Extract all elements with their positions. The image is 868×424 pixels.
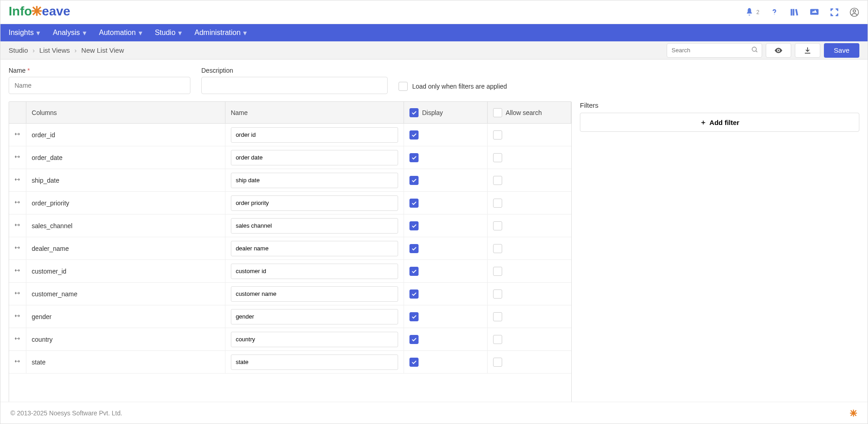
drag-handle-icon[interactable] xyxy=(14,222,20,229)
preview-button[interactable] xyxy=(766,43,791,58)
table-row: state xyxy=(9,351,571,374)
drag-handle-icon[interactable] xyxy=(14,335,20,343)
monitor-button[interactable] xyxy=(809,7,819,17)
column-name-cell: sales_channel xyxy=(26,214,225,237)
table-row: ship_date xyxy=(9,169,571,192)
table-row: sales_channel xyxy=(9,214,571,237)
chevron-down-icon: ▾ xyxy=(83,29,86,37)
library-button[interactable] xyxy=(789,7,799,17)
display-name-input[interactable] xyxy=(231,309,398,324)
display-checkbox[interactable] xyxy=(409,267,419,276)
name-label: Name * xyxy=(9,67,190,74)
display-checkbox[interactable] xyxy=(409,221,419,230)
allow-search-checkbox[interactable] xyxy=(493,289,502,299)
logo[interactable]: Infoeave xyxy=(9,4,70,20)
filters-panel: Filters ＋ Add filter xyxy=(580,101,859,421)
save-button[interactable]: Save xyxy=(824,43,859,58)
nav-insights[interactable]: Insights▾ xyxy=(9,29,40,37)
column-name-cell: order_priority xyxy=(26,192,225,214)
allow-search-checkbox[interactable] xyxy=(493,335,502,344)
allow-search-checkbox[interactable] xyxy=(493,358,502,367)
copyright-text: © 2013-2025 Noesys Software Pvt. Ltd. xyxy=(10,409,122,417)
logo-weave-icon xyxy=(31,5,43,20)
display-header-checkbox[interactable] xyxy=(409,108,419,117)
allow-search-checkbox[interactable] xyxy=(493,244,502,253)
drag-handle-icon[interactable] xyxy=(14,244,20,252)
display-name-input[interactable] xyxy=(231,173,398,188)
allow-search-checkbox[interactable] xyxy=(493,176,502,185)
display-name-input[interactable] xyxy=(231,354,398,370)
name-input[interactable] xyxy=(9,77,190,94)
drag-handle-icon[interactable] xyxy=(14,176,20,184)
top-header: Infoeave 2 xyxy=(0,0,868,24)
drag-handle-icon[interactable] xyxy=(14,267,20,275)
breadcrumb-new-list-view[interactable]: New List View xyxy=(81,46,124,54)
description-input[interactable] xyxy=(201,77,388,94)
footer: © 2013-2025 Noesys Software Pvt. Ltd. xyxy=(0,402,868,424)
display-name-input[interactable] xyxy=(231,286,398,302)
table-row: customer_id xyxy=(9,260,571,283)
notifications-button[interactable]: 2 xyxy=(744,7,759,17)
display-checkbox[interactable] xyxy=(409,244,419,253)
display-name-input[interactable] xyxy=(231,218,398,234)
nav-administration[interactable]: Administration▾ xyxy=(195,29,247,37)
allow-search-checkbox[interactable] xyxy=(493,153,502,162)
nav-automation[interactable]: Automation▾ xyxy=(99,29,142,37)
svg-point-4 xyxy=(778,50,779,51)
header-columns: Columns xyxy=(26,102,225,123)
fullscreen-button[interactable] xyxy=(829,7,839,17)
breadcrumb-studio[interactable]: Studio xyxy=(9,46,28,54)
chevron-down-icon: ▾ xyxy=(139,29,142,37)
download-icon xyxy=(803,46,812,55)
table-row: country xyxy=(9,328,571,351)
table-row: dealer_name xyxy=(9,237,571,260)
action-bar: Studio › List Views › New List View Save xyxy=(0,41,868,60)
drag-handle-icon[interactable] xyxy=(14,313,20,320)
allow-search-checkbox[interactable] xyxy=(493,199,502,208)
display-checkbox[interactable] xyxy=(409,335,419,344)
drag-handle-icon[interactable] xyxy=(14,290,20,298)
search-header-checkbox[interactable] xyxy=(493,108,502,117)
help-button[interactable] xyxy=(769,7,779,17)
drag-handle-icon[interactable] xyxy=(14,358,20,366)
drag-handle-icon[interactable] xyxy=(14,131,20,139)
nav-analysis[interactable]: Analysis▾ xyxy=(53,29,86,37)
breadcrumb-list-views[interactable]: List Views xyxy=(40,46,70,54)
display-checkbox[interactable] xyxy=(409,130,419,140)
display-checkbox[interactable] xyxy=(409,153,419,162)
display-name-input[interactable] xyxy=(231,241,398,256)
search-icon[interactable] xyxy=(751,46,758,55)
table-row: order_priority xyxy=(9,192,571,214)
table-row: order_date xyxy=(9,146,571,169)
display-checkbox[interactable] xyxy=(409,289,419,299)
drag-handle-icon[interactable] xyxy=(14,199,20,207)
allow-search-checkbox[interactable] xyxy=(493,312,502,321)
display-name-input[interactable] xyxy=(231,332,398,347)
display-name-input[interactable] xyxy=(231,127,398,143)
allow-search-checkbox[interactable] xyxy=(493,130,502,140)
display-checkbox[interactable] xyxy=(409,312,419,321)
chevron-right-icon: › xyxy=(75,46,77,54)
display-name-input[interactable] xyxy=(231,264,398,279)
svg-point-3 xyxy=(752,47,756,51)
display-name-input[interactable] xyxy=(231,195,398,211)
column-name-cell: dealer_name xyxy=(26,237,225,259)
display-name-input[interactable] xyxy=(231,150,398,165)
user-menu-button[interactable] xyxy=(849,7,859,17)
display-checkbox[interactable] xyxy=(409,358,419,367)
download-button[interactable] xyxy=(795,43,820,58)
load-filter-checkbox[interactable] xyxy=(399,82,408,91)
chevron-down-icon: ▾ xyxy=(36,29,40,37)
bell-icon xyxy=(744,7,754,17)
column-name-cell: country xyxy=(26,328,225,350)
allow-search-checkbox[interactable] xyxy=(493,267,502,276)
nav-studio[interactable]: Studio▾ xyxy=(155,29,182,37)
drag-handle-icon[interactable] xyxy=(14,154,20,161)
search-input[interactable] xyxy=(667,43,762,58)
display-checkbox[interactable] xyxy=(409,199,419,208)
display-checkbox[interactable] xyxy=(409,176,419,185)
add-filter-button[interactable]: ＋ Add filter xyxy=(580,113,859,132)
table-body[interactable]: order_id order_date ship_date order_prio… xyxy=(9,124,571,420)
allow-search-checkbox[interactable] xyxy=(493,221,502,230)
column-name-cell: gender xyxy=(26,305,225,328)
